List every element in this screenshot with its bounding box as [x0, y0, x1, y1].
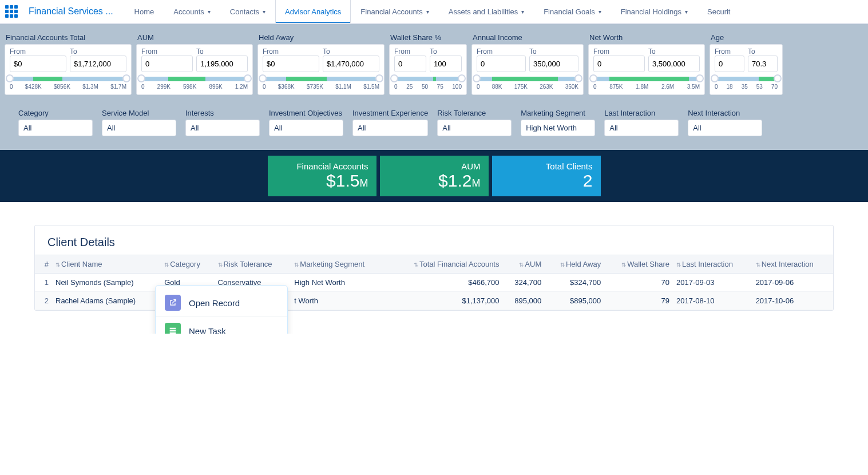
to-input[interactable] [196, 56, 248, 72]
tick-label: 100 [452, 84, 462, 90]
from-input[interactable] [477, 56, 526, 72]
nav-tab-home[interactable]: Home [125, 0, 164, 23]
nav-tab-assets-and-liabilities[interactable]: Assets and Liabilities▾ [439, 0, 534, 23]
context-menu-new-task[interactable]: New Task [156, 316, 287, 334]
nav-tab-financial-accounts[interactable]: Financial Accounts▾ [351, 0, 438, 23]
from-label: From [141, 48, 157, 56]
kpi-financial-accounts[interactable]: Financial Accounts$1.5M [268, 156, 376, 196]
column-category[interactable]: ⇅Category [161, 255, 214, 274]
column-total-financial-accounts[interactable]: ⇅Total Financial Accounts [387, 255, 503, 274]
range-slider[interactable] [10, 77, 126, 81]
tick-label: $1.7M [110, 84, 126, 90]
range-slider[interactable] [593, 77, 700, 81]
tick-label: 50 [422, 84, 428, 90]
range-slider[interactable] [263, 77, 379, 81]
column-marketing-segment[interactable]: ⇅Marketing Segment [291, 255, 387, 274]
to-input[interactable] [430, 56, 462, 72]
from-input[interactable] [715, 56, 744, 72]
sort-icon[interactable]: ⇅ [56, 262, 60, 268]
sort-icon[interactable]: ⇅ [676, 262, 681, 268]
kpi-band: Financial Accounts$1.5MAUM$1.2MTotal Cli… [0, 150, 868, 202]
filter-select[interactable]: High Net Worth [521, 120, 595, 136]
column-aum[interactable]: ⇅AUM [502, 255, 545, 274]
filter-select[interactable]: All [269, 120, 343, 136]
cell-next: 2017-09-06 [752, 274, 833, 292]
column--[interactable]: # [35, 255, 52, 274]
slider-handle-min[interactable] [6, 74, 14, 82]
filter-select[interactable]: All [604, 120, 679, 136]
range-slider[interactable] [715, 77, 778, 81]
app-name: Financial Services ... [23, 6, 125, 17]
slider-handle-max[interactable] [458, 74, 466, 82]
column-wallet-share[interactable]: ⇅Wallet Share [604, 255, 673, 274]
chevron-down-icon[interactable]: ▾ [208, 9, 211, 15]
from-input[interactable] [10, 56, 66, 72]
to-input[interactable] [529, 56, 578, 72]
filter-select[interactable]: All [352, 120, 428, 136]
to-input[interactable] [323, 56, 379, 72]
sort-icon[interactable]: ⇅ [294, 262, 299, 268]
slider-handle-max[interactable] [574, 74, 582, 82]
to-input[interactable] [648, 56, 700, 72]
slider-handle-min[interactable] [259, 74, 267, 82]
nav-tab-financial-goals[interactable]: Financial Goals▾ [534, 0, 611, 23]
app-launcher-button[interactable] [0, 5, 23, 18]
slider-handle-max[interactable] [375, 74, 383, 82]
column-held-away[interactable]: ⇅Held Away [545, 255, 604, 274]
column-risk-tolerance[interactable]: ⇅Risk Tolerance [215, 255, 291, 274]
chevron-down-icon[interactable]: ▾ [685, 9, 688, 15]
sort-icon[interactable]: ⇅ [164, 262, 169, 268]
context-menu-open-record[interactable]: Open Record [156, 289, 287, 316]
from-input[interactable] [593, 56, 645, 72]
kpi-aum[interactable]: AUM$1.2M [380, 156, 489, 196]
chevron-down-icon[interactable]: ▾ [599, 9, 601, 15]
filter-next-interaction: Next InteractionAll [688, 109, 762, 136]
slider-handle-min[interactable] [473, 74, 481, 82]
tick-label: 1.2M [235, 84, 248, 90]
slider-handle-min[interactable] [137, 74, 145, 82]
filter-select[interactable]: All [185, 120, 260, 136]
filter-select[interactable]: All [102, 120, 176, 136]
column-last-interaction[interactable]: ⇅Last Interaction [673, 255, 752, 274]
slider-handle-min[interactable] [711, 74, 719, 82]
filter-select[interactable]: All [688, 120, 762, 136]
sort-icon[interactable]: ⇅ [218, 262, 223, 268]
slider-handle-max[interactable] [122, 74, 130, 82]
sort-icon[interactable]: ⇅ [519, 262, 524, 268]
sort-icon[interactable]: ⇅ [756, 262, 760, 268]
range-slider[interactable] [477, 77, 578, 81]
from-input[interactable] [141, 56, 193, 72]
column-next-interaction[interactable]: ⇅Next Interaction [752, 255, 833, 274]
slider-handle-max[interactable] [696, 74, 704, 82]
column-label: Client Name [61, 260, 102, 268]
filter-select[interactable]: All [18, 120, 93, 136]
slider-handle-max[interactable] [774, 74, 782, 82]
chevron-down-icon[interactable]: ▾ [521, 9, 524, 15]
nav-tab-contacts[interactable]: Contacts▾ [220, 0, 275, 23]
from-input[interactable] [263, 56, 319, 72]
nav-tab-accounts[interactable]: Accounts▾ [164, 0, 220, 23]
top-nav: Financial Services ... HomeAccounts▾Cont… [0, 0, 868, 24]
slider-handle-min[interactable] [589, 74, 597, 82]
range-slider[interactable] [394, 77, 462, 81]
nav-tab-financial-holdings[interactable]: Financial Holdings▾ [611, 0, 697, 23]
to-input[interactable] [70, 56, 126, 72]
filter-select[interactable]: All [437, 120, 512, 136]
tab-label: Financial Goals [544, 7, 595, 16]
cell-aum: 895,000 [502, 292, 545, 310]
slider-handle-max[interactable] [244, 74, 252, 82]
chevron-down-icon[interactable]: ▾ [426, 9, 429, 15]
kpi-total-clients[interactable]: Total Clients2 [492, 156, 601, 196]
slider-handle-min[interactable] [390, 74, 398, 82]
range-slider[interactable] [141, 77, 248, 81]
chevron-down-icon[interactable]: ▾ [263, 9, 265, 15]
tick-label: 896K [209, 84, 222, 90]
sort-icon[interactable]: ⇅ [621, 262, 626, 268]
sort-icon[interactable]: ⇅ [414, 262, 418, 268]
nav-tab-securit[interactable]: Securit [697, 0, 740, 23]
column-client-name[interactable]: ⇅Client Name [52, 255, 161, 274]
sort-icon[interactable]: ⇅ [560, 262, 565, 268]
nav-tab-advisor-analytics[interactable]: Advisor Analytics [275, 0, 351, 23]
from-input[interactable] [394, 56, 426, 72]
to-input[interactable] [748, 56, 778, 72]
